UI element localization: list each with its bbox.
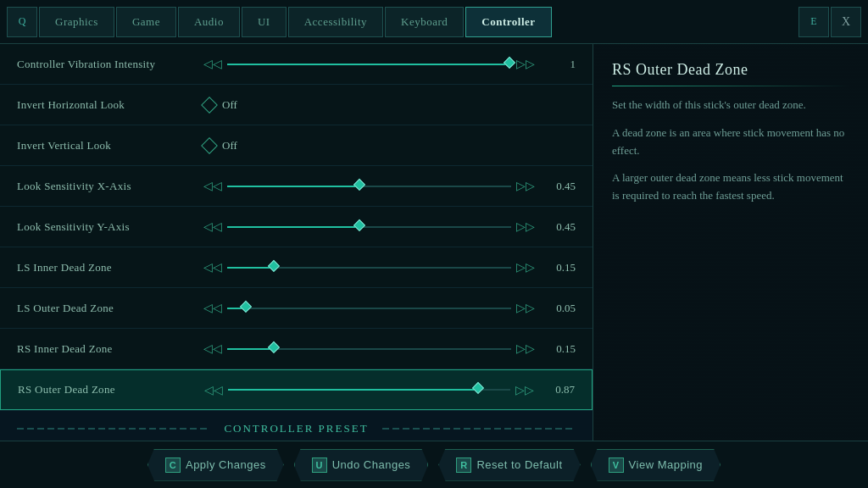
- slider-vibration[interactable]: ◁◁ ▷▷: [203, 57, 535, 71]
- undo-button[interactable]: U Undo Changes: [294, 449, 429, 481]
- setting-control-ls-inner: ◁◁ ▷▷ 0.15: [203, 260, 576, 274]
- setting-label-invert-h: Invert Horizontal Look: [17, 98, 203, 112]
- slider-track-sx: [227, 186, 511, 187]
- tab-game[interactable]: Game: [116, 7, 176, 37]
- undo-label: Undo Changes: [332, 458, 411, 471]
- setting-value-ls-inner: 0.15: [542, 261, 576, 274]
- slider-ls-inner[interactable]: ◁◁ ▷▷: [203, 260, 535, 274]
- setting-row-ls-outer[interactable]: LS Outer Dead Zone ◁◁ ▷▷ 0.05: [0, 288, 593, 329]
- setting-value-sens-y: 0.45: [542, 220, 576, 234]
- slider-right-arrow-rsi: ▷▷: [516, 341, 535, 356]
- setting-label-ls-inner: LS Inner Dead Zone: [17, 261, 203, 274]
- top-nav: Q Graphics Game Audio UI Accessibility K…: [0, 0, 868, 44]
- slider-right-arrow-lso: ▷▷: [516, 301, 535, 315]
- setting-control-rs-outer: ◁◁ ▷▷ 0.87: [204, 383, 575, 397]
- setting-control-vibration: ◁◁ ▷▷ 1: [203, 57, 576, 71]
- slider-track-rsi: [227, 348, 511, 350]
- setting-label-rs-inner: RS Inner Dead Zone: [17, 342, 203, 356]
- setting-label-ls-outer: LS Outer Dead Zone: [17, 302, 203, 315]
- close-button[interactable]: X: [831, 7, 861, 37]
- setting-label-rs-outer: RS Outer Dead Zone: [18, 383, 204, 396]
- slider-left-arrow-rso: ◁◁: [204, 383, 223, 397]
- setting-control-sens-x: ◁◁ ▷▷ 0.45: [203, 179, 576, 193]
- slider-sens-y[interactable]: ◁◁ ▷▷: [203, 219, 535, 234]
- reset-key: R: [456, 458, 471, 473]
- description-text-2: A dead zone is an area where stick movem…: [612, 125, 849, 160]
- slider-left-arrow-sx: ◁◁: [203, 179, 222, 193]
- slider-ls-outer[interactable]: ◁◁ ▷▷: [203, 301, 535, 315]
- divider-text: Controller Preset: [210, 422, 381, 435]
- toggle-value-invert-v: Off: [222, 139, 237, 152]
- slider-sens-x[interactable]: ◁◁ ▷▷: [203, 179, 535, 193]
- setting-label-sens-x: Look Sensitivity X-Axis: [17, 180, 203, 193]
- setting-row-vibration[interactable]: Controller Vibration Intensity ◁◁ ▷▷ 1: [0, 44, 593, 85]
- setting-row-ls-inner[interactable]: LS Inner Dead Zone ◁◁ ▷▷ 0.15: [0, 247, 593, 288]
- reset-label: Reset to Default: [476, 458, 562, 471]
- settings-panel: Controller Vibration Intensity ◁◁ ▷▷ 1: [0, 44, 593, 441]
- toggle-invert-h[interactable]: Off: [203, 98, 237, 112]
- slider-right-arrow-rso: ▷▷: [515, 383, 534, 397]
- setting-row-invert-v[interactable]: Invert Vertical Look Off: [0, 125, 593, 166]
- toggle-diamond-icon: [201, 97, 218, 114]
- setting-label-invert-v: Invert Vertical Look: [17, 139, 203, 152]
- setting-value-rs-outer: 0.87: [541, 383, 575, 396]
- slider-right-arrow: ▷▷: [516, 57, 535, 71]
- setting-row-invert-h[interactable]: Invert Horizontal Look Off: [0, 85, 593, 125]
- setting-label-vibration: Controller Vibration Intensity: [17, 58, 203, 71]
- setting-control-invert-v: Off: [203, 139, 576, 152]
- slider-track: [227, 64, 511, 65]
- nav-right-edge[interactable]: E: [798, 7, 829, 37]
- setting-value-ls-outer: 0.05: [542, 302, 576, 315]
- divider-pattern-right: [382, 428, 576, 430]
- setting-control-rs-inner: ◁◁ ▷▷ 0.15: [203, 341, 576, 356]
- slider-left-arrow-rsi: ◁◁: [203, 341, 222, 356]
- slider-rs-outer[interactable]: ◁◁ ▷▷: [204, 383, 534, 397]
- setting-row-rs-outer[interactable]: RS Outer Dead Zone ◁◁ ▷▷ 0.87: [0, 369, 593, 410]
- settings-list: Controller Vibration Intensity ◁◁ ▷▷ 1: [0, 44, 593, 441]
- slider-track-lso: [227, 308, 511, 309]
- section-divider: Controller Preset: [0, 410, 593, 441]
- slider-track-rso: [228, 389, 510, 391]
- slider-track-sy: [227, 226, 511, 228]
- apply-key: C: [165, 458, 181, 473]
- setting-value-sens-x: 0.45: [542, 180, 576, 193]
- reset-button[interactable]: R Reset to Default: [438, 449, 580, 481]
- setting-row-sens-y[interactable]: Look Sensitivity Y-Axis ◁◁ ▷▷ 0.45: [0, 207, 593, 247]
- slider-right-arrow-lsi: ▷▷: [516, 260, 535, 274]
- slider-rs-inner[interactable]: ◁◁ ▷▷: [203, 341, 535, 356]
- toggle-diamond-icon-v: [201, 137, 218, 154]
- description-text-3: A larger outer dead zone means less stic…: [612, 169, 849, 205]
- slider-right-arrow-sy: ▷▷: [516, 219, 535, 234]
- bottom-bar: C Apply Changes U Undo Changes R Reset t…: [0, 441, 868, 488]
- nav-left-edge[interactable]: Q: [7, 7, 37, 37]
- setting-value-vibration: 1: [542, 58, 576, 71]
- slider-left-arrow-lso: ◁◁: [203, 301, 222, 315]
- setting-label-sens-y: Look Sensitivity Y-Axis: [17, 220, 203, 234]
- description-panel: RS Outer Dead Zone Set the width of this…: [593, 44, 868, 441]
- apply-button[interactable]: C Apply Changes: [147, 449, 284, 481]
- tab-controller[interactable]: Controller: [465, 7, 551, 37]
- divider-pattern-left: [17, 428, 210, 430]
- setting-control-sens-y: ◁◁ ▷▷ 0.45: [203, 219, 576, 234]
- mapping-label: View Mapping: [629, 458, 703, 471]
- main-container: Q Graphics Game Audio UI Accessibility K…: [0, 0, 868, 488]
- description-title: RS Outer Dead Zone: [612, 61, 849, 86]
- content-area: Controller Vibration Intensity ◁◁ ▷▷ 1: [0, 44, 868, 441]
- slider-left-arrow: ◁◁: [203, 57, 222, 71]
- description-text-1: Set the width of this stick's outer dead…: [612, 97, 849, 114]
- toggle-invert-v[interactable]: Off: [203, 139, 237, 152]
- slider-track-lsi: [227, 267, 511, 269]
- tab-graphics[interactable]: Graphics: [39, 7, 114, 37]
- setting-row-sens-x[interactable]: Look Sensitivity X-Axis ◁◁ ▷▷ 0.45: [0, 166, 593, 207]
- apply-label: Apply Changes: [186, 458, 266, 471]
- tab-accessibility[interactable]: Accessibility: [288, 7, 383, 37]
- mapping-button[interactable]: V View Mapping: [591, 449, 721, 481]
- slider-left-arrow-lsi: ◁◁: [203, 260, 222, 274]
- tab-audio[interactable]: Audio: [178, 7, 240, 37]
- setting-control-invert-h: Off: [203, 98, 576, 112]
- tab-keyboard[interactable]: Keyboard: [385, 7, 464, 37]
- tab-ui[interactable]: UI: [242, 7, 287, 37]
- setting-row-rs-inner[interactable]: RS Inner Dead Zone ◁◁ ▷▷ 0.15: [0, 329, 593, 369]
- slider-left-arrow-sy: ◁◁: [203, 219, 222, 234]
- setting-value-rs-inner: 0.15: [542, 342, 576, 356]
